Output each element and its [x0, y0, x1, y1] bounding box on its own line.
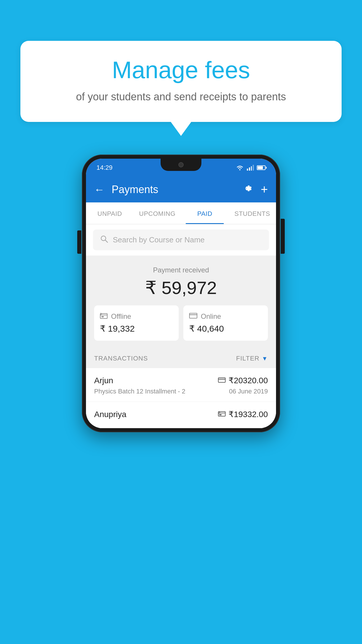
settings-icon[interactable]	[242, 183, 252, 196]
transaction-amount-row-2: ₹19332.00	[218, 410, 268, 419]
table-row[interactable]: Anupriya ₹19332.00	[86, 402, 276, 428]
online-label: Online	[201, 312, 221, 321]
tabs: UNPAID UPCOMING PAID STUDENTS	[86, 202, 276, 224]
online-payment-card: Online ₹ 40,640	[183, 305, 268, 341]
header-actions: +	[242, 183, 268, 197]
bubble-subtitle: of your students and send receipts to pa…	[38, 90, 324, 104]
online-icon	[189, 312, 197, 321]
payment-received-label: Payment received	[94, 266, 268, 274]
app-header: ← Payments +	[86, 177, 276, 202]
transaction-amount-1: ₹20320.00	[229, 376, 268, 385]
transaction-date-1: 06 June 2019	[229, 388, 268, 395]
transaction-bottom-1: Physics Batch 12 Installment - 2 06 June…	[94, 388, 268, 395]
back-button[interactable]: ←	[94, 183, 105, 196]
offline-payment-card: Offline ₹ 19,332	[94, 305, 179, 341]
notch	[161, 159, 201, 171]
speech-bubble-container: Manage fees of your students and send re…	[20, 41, 342, 122]
status-icons	[236, 165, 266, 171]
offline-icon	[100, 312, 108, 321]
tab-upcoming[interactable]: UPCOMING	[133, 202, 181, 224]
header-title: Payments	[112, 183, 235, 196]
svg-rect-12	[219, 414, 222, 415]
status-bar: 14:29	[86, 159, 276, 177]
svg-rect-5	[101, 316, 104, 317]
svg-rect-8	[218, 378, 225, 382]
phone-frame: 14:29	[82, 155, 280, 432]
payment-type-icon-1	[218, 377, 226, 384]
online-card-header: Online	[189, 312, 221, 321]
online-amount: ₹ 40,640	[189, 323, 224, 334]
search-icon	[100, 235, 108, 245]
tab-unpaid[interactable]: UNPAID	[86, 202, 133, 224]
transaction-name-1: Arjun	[94, 376, 113, 385]
status-time: 14:29	[96, 164, 113, 172]
transactions-label: TRANSACTIONS	[94, 355, 148, 362]
filter-icon: ▼	[262, 355, 268, 362]
transactions-header: TRANSACTIONS FILTER ▼	[86, 349, 276, 368]
add-button[interactable]: +	[261, 183, 268, 197]
svg-rect-6	[189, 313, 197, 318]
filter-button[interactable]: FILTER ▼	[236, 355, 268, 362]
tab-students[interactable]: STUDENTS	[229, 202, 276, 224]
payment-cards: Offline ₹ 19,332	[94, 305, 268, 341]
payment-type-icon-2	[218, 411, 226, 418]
offline-label: Offline	[111, 312, 131, 321]
offline-card-header: Offline	[100, 312, 131, 321]
transaction-top-1: Arjun ₹20320.00	[94, 376, 268, 385]
signal-icon	[247, 165, 254, 171]
svg-point-0	[239, 169, 240, 170]
table-row[interactable]: Arjun ₹20320.00 Physics Batch 12 Install…	[86, 368, 276, 402]
camera	[178, 162, 184, 167]
search-input[interactable]: Search by Course or Name	[113, 235, 205, 244]
search-bar[interactable]: Search by Course or Name	[93, 230, 269, 250]
wifi-icon	[236, 165, 244, 171]
search-container: Search by Course or Name	[86, 224, 276, 256]
payment-total-amount: ₹ 59,972	[94, 277, 268, 298]
transaction-amount-2: ₹19332.00	[229, 410, 268, 419]
transaction-course-1: Physics Batch 12 Installment - 2	[94, 388, 185, 395]
tab-paid[interactable]: PAID	[181, 202, 229, 224]
payment-summary: Payment received ₹ 59,972	[86, 256, 276, 349]
offline-amount: ₹ 19,332	[100, 323, 135, 334]
transaction-name-2: Anupriya	[94, 410, 126, 419]
svg-line-2	[105, 240, 108, 242]
battery-icon	[257, 165, 266, 170]
filter-label: FILTER	[236, 355, 259, 362]
transaction-amount-row-1: ₹20320.00	[218, 376, 268, 385]
phone-screen: 14:29	[86, 159, 276, 428]
bubble-title: Manage fees	[38, 57, 324, 83]
transaction-top-2: Anupriya ₹19332.00	[94, 410, 268, 419]
speech-bubble: Manage fees of your students and send re…	[20, 41, 342, 122]
phone-container: 14:29	[82, 155, 280, 432]
